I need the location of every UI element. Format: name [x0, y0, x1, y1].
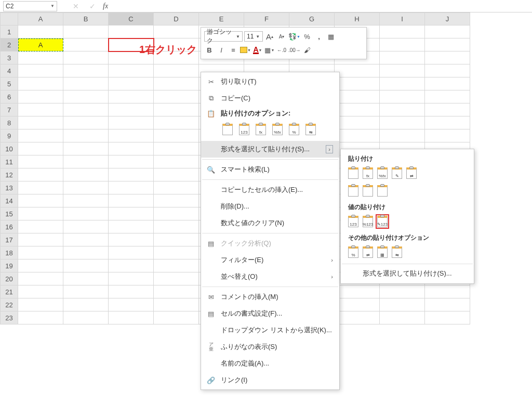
cell[interactable] — [63, 51, 109, 64]
cell[interactable] — [335, 129, 380, 142]
cell[interactable] — [63, 168, 109, 181]
cell[interactable] — [154, 142, 199, 155]
cell[interactable] — [380, 64, 425, 77]
row-header[interactable]: 16 — [1, 220, 18, 233]
cell[interactable] — [109, 285, 154, 298]
cell[interactable] — [154, 311, 199, 324]
cell[interactable] — [18, 246, 63, 259]
col-header-G[interactable]: G — [289, 13, 335, 25]
cell[interactable] — [109, 220, 154, 233]
col-header-E[interactable]: E — [199, 13, 244, 25]
cell[interactable] — [154, 38, 199, 51]
cell[interactable] — [18, 233, 63, 246]
cell[interactable] — [109, 142, 154, 155]
font-size-combo[interactable]: 11▼ — [244, 31, 263, 42]
menu-paste-special[interactable]: 形式を選択して貼り付け(S)... › — [201, 141, 339, 158]
row-header[interactable]: 2 — [1, 38, 18, 51]
cell[interactable] — [335, 116, 380, 129]
row-header[interactable]: 10 — [1, 142, 18, 155]
row-header[interactable]: 20 — [1, 272, 18, 285]
cell[interactable] — [425, 51, 470, 64]
cell[interactable] — [425, 116, 470, 129]
cell[interactable] — [335, 298, 380, 311]
fx-icon[interactable]: fx — [103, 2, 108, 10]
menu-insert-comment[interactable]: ✉ コメントの挿入(M) — [201, 289, 339, 305]
col-header-B[interactable]: B — [63, 13, 109, 25]
cell[interactable] — [18, 90, 63, 103]
menu-dropdown-pick[interactable]: ドロップダウン リストから選択(K)... — [201, 322, 339, 339]
sub-paste-all[interactable] — [348, 167, 358, 179]
sub-paste-source-fmt[interactable]: ✎ — [392, 167, 402, 179]
cell[interactable] — [425, 77, 470, 90]
shrink-font-button[interactable]: A▾ — [276, 31, 287, 42]
merge-button[interactable]: ▦ — [326, 31, 336, 42]
menu-sort[interactable]: 並べ替え(O) › — [201, 268, 339, 285]
cell[interactable] — [18, 207, 63, 220]
paste-option-formatting[interactable]: % — [287, 122, 301, 137]
cell[interactable] — [109, 259, 154, 272]
cell[interactable] — [63, 155, 109, 168]
row-header[interactable]: 21 — [1, 285, 18, 298]
cell[interactable] — [380, 103, 425, 116]
row-header[interactable]: 3 — [1, 51, 18, 64]
cell[interactable] — [109, 168, 154, 181]
cell[interactable] — [63, 246, 109, 259]
col-header-J[interactable]: J — [425, 13, 470, 25]
sub-paste-col-width[interactable] — [348, 185, 358, 197]
cell[interactable] — [109, 90, 154, 103]
percent-format-button[interactable]: % — [302, 31, 312, 42]
cell[interactable] — [18, 155, 63, 168]
paste-option-formulas[interactable]: fx — [254, 122, 268, 137]
paste-option-values[interactable]: 123 — [237, 122, 251, 137]
cell[interactable] — [425, 129, 470, 142]
cell[interactable] — [335, 77, 380, 90]
menu-insert-copied[interactable]: コピーしたセルの挿入(E)... — [201, 181, 339, 198]
cell[interactable] — [63, 207, 109, 220]
cell[interactable] — [109, 25, 154, 38]
cell[interactable]: A — [18, 38, 63, 51]
cell[interactable] — [425, 64, 470, 77]
cell[interactable] — [154, 220, 199, 233]
cell[interactable] — [380, 51, 425, 64]
cell[interactable] — [380, 77, 425, 90]
cell[interactable] — [63, 129, 109, 142]
cell[interactable] — [109, 181, 154, 194]
menu-cut[interactable]: ✂ 切り取り(T) — [201, 73, 339, 90]
cell[interactable] — [335, 90, 380, 103]
cell[interactable] — [18, 272, 63, 285]
format-painter-button[interactable]: 🖌 — [302, 45, 313, 55]
cell[interactable] — [63, 311, 109, 324]
cell[interactable] — [63, 103, 109, 116]
col-header-A[interactable]: A — [18, 13, 63, 25]
cell[interactable] — [380, 285, 425, 298]
menu-link[interactable]: 🔗 リンク(I) — [201, 372, 339, 388]
sub-values[interactable]: 123 — [348, 216, 358, 227]
cell[interactable] — [63, 38, 109, 51]
cell[interactable] — [63, 259, 109, 272]
row-header[interactable]: 17 — [1, 233, 18, 246]
italic-button[interactable]: I — [216, 45, 227, 55]
cell[interactable] — [63, 194, 109, 207]
cell[interactable] — [154, 246, 199, 259]
sub-other-formatting[interactable]: % — [348, 246, 358, 258]
sub-other-link[interactable]: ⇄ — [363, 246, 373, 258]
sub-other-picture[interactable]: ▦ — [377, 246, 388, 258]
cell[interactable] — [18, 311, 63, 324]
cell[interactable] — [63, 90, 109, 103]
sub-paste-formulas[interactable]: fx — [363, 167, 373, 179]
name-box[interactable]: C2 ▼ — [3, 1, 57, 11]
sub-paste-no-border[interactable]: ⇄ — [406, 167, 417, 179]
cell[interactable] — [154, 298, 199, 311]
cell[interactable] — [18, 168, 63, 181]
cell[interactable] — [63, 272, 109, 285]
cell[interactable] — [154, 233, 199, 246]
cell[interactable] — [425, 285, 470, 298]
grow-font-button[interactable]: A▴ — [264, 31, 275, 42]
cell[interactable] — [380, 129, 425, 142]
row-header[interactable]: 5 — [1, 77, 18, 90]
cell[interactable] — [18, 142, 63, 155]
cell[interactable] — [335, 311, 380, 324]
accounting-format-button[interactable]: 💱▼ — [288, 31, 300, 42]
cell[interactable] — [380, 25, 425, 38]
row-header[interactable]: 14 — [1, 194, 18, 207]
